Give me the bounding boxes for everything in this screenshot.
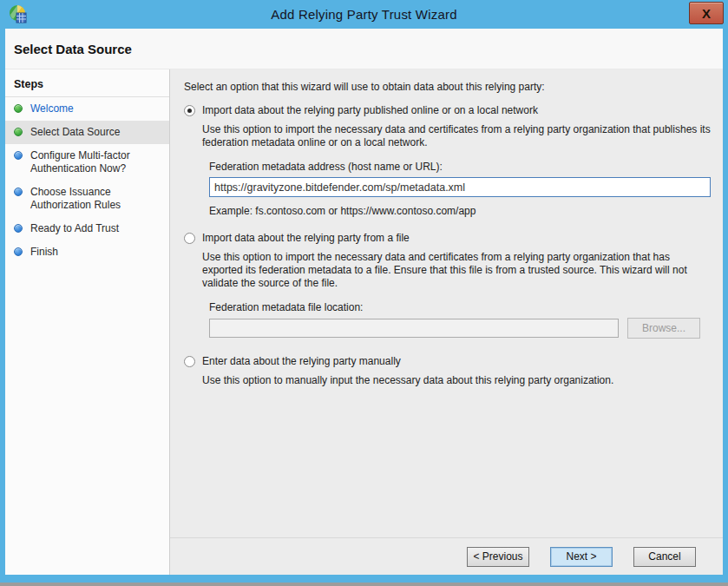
browse-button: Browse... xyxy=(627,318,700,339)
step-label: Ready to Add Trust xyxy=(30,222,119,235)
radio-enter-manually[interactable] xyxy=(184,356,195,367)
example-text: Example: fs.contoso.com or https://www.c… xyxy=(209,205,711,217)
file-location-row: Browse... xyxy=(209,318,711,339)
intro-text: Select an option that this wizard will u… xyxy=(184,81,711,93)
wizard-window: Add Relying Party Trust Wizard X Select … xyxy=(0,0,728,586)
step-label: Configure Multi-factor Authentication No… xyxy=(30,149,162,175)
main-panel: Select an option that this wizard will u… xyxy=(170,69,723,575)
step-done-icon xyxy=(14,128,23,136)
close-button[interactable]: X xyxy=(689,2,724,24)
step-pending-icon xyxy=(14,151,23,160)
step-label: Welcome xyxy=(30,102,74,115)
step-done-icon xyxy=(14,104,23,113)
option-description: Use this option to import the necessary … xyxy=(202,251,711,290)
steps-heading: Steps xyxy=(5,75,169,97)
step-item-configure-mfa: Configure Multi-factor Authentication No… xyxy=(5,144,169,181)
option-label[interactable]: Import data about the relying party publ… xyxy=(202,104,538,116)
page-header: Select Data Source xyxy=(5,29,723,69)
page-title: Select Data Source xyxy=(5,42,132,56)
step-item-finish: Finish xyxy=(5,240,169,264)
option-description: Use this option to manually input the ne… xyxy=(202,374,711,387)
metadata-file-input xyxy=(209,319,619,338)
option-label[interactable]: Enter data about the relying party manua… xyxy=(202,355,401,367)
option-enter-manually[interactable]: Enter data about the relying party manua… xyxy=(184,355,711,367)
previous-button[interactable]: < Previous xyxy=(467,547,529,567)
step-pending-icon xyxy=(14,188,23,196)
step-item-select-data-source[interactable]: Select Data Source xyxy=(5,121,169,144)
cancel-button[interactable]: Cancel xyxy=(633,547,696,567)
step-item-choose-issuance-rules: Choose Issuance Authorization Rules xyxy=(5,181,169,217)
step-label: Finish xyxy=(30,246,58,259)
adfs-app-icon xyxy=(8,4,27,23)
window-title: Add Relying Party Trust Wizard xyxy=(271,7,456,22)
steps-sidebar: Steps Welcome Select Data Source Configu… xyxy=(5,69,170,575)
metadata-address-label: Federation metadata address (host name o… xyxy=(209,161,711,173)
option-import-online[interactable]: Import data about the relying party publ… xyxy=(184,104,711,116)
step-pending-icon xyxy=(14,247,23,256)
radio-import-file[interactable] xyxy=(184,233,195,244)
window-border-bottom xyxy=(0,575,728,583)
step-label: Choose Issuance Authorization Rules xyxy=(30,186,162,212)
option-import-file[interactable]: Import data about the relying party from… xyxy=(184,232,711,244)
wizard-body: Steps Welcome Select Data Source Configu… xyxy=(5,69,723,575)
step-item-welcome[interactable]: Welcome xyxy=(5,97,169,121)
step-pending-icon xyxy=(14,224,23,233)
option-description: Use this option to import the necessary … xyxy=(202,123,711,149)
metadata-file-label: Federation metadata file location: xyxy=(209,301,711,313)
option-label[interactable]: Import data about the relying party from… xyxy=(202,232,410,244)
window-shadow xyxy=(0,583,728,586)
title-bar: Add Relying Party Trust Wizard X xyxy=(0,0,728,29)
close-icon: X xyxy=(702,6,711,21)
step-item-ready-to-add-trust: Ready to Add Trust xyxy=(5,217,169,240)
radio-import-online[interactable] xyxy=(184,105,195,116)
step-label: Select Data Source xyxy=(30,126,120,139)
metadata-address-input[interactable] xyxy=(209,177,711,197)
next-button[interactable]: Next > xyxy=(550,547,613,567)
wizard-footer: < Previous Next > Cancel xyxy=(170,537,723,575)
